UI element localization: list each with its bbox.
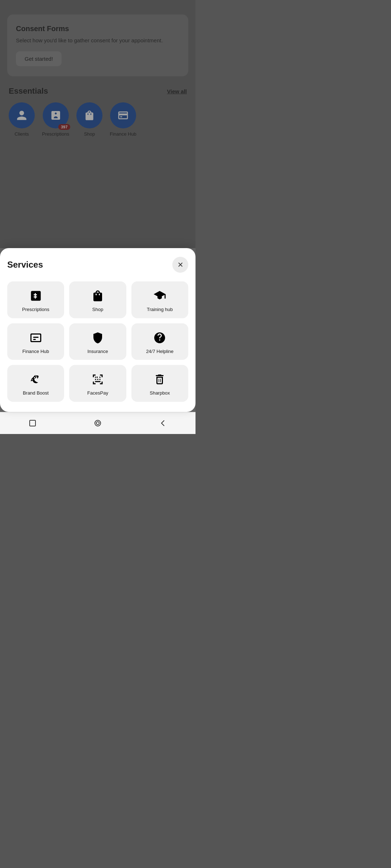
svg-point-4 bbox=[95, 420, 101, 426]
view-all-link[interactable]: View all bbox=[167, 88, 187, 94]
nav-bar bbox=[0, 412, 196, 434]
facespay-service-label: FacesPay bbox=[87, 390, 108, 396]
get-started-button[interactable]: Get started! bbox=[16, 51, 62, 66]
finance-service-label: Finance Hub bbox=[22, 349, 49, 354]
sharpbox-service-label: Sharpbox bbox=[150, 390, 170, 396]
sharpbox-service-icon bbox=[153, 373, 166, 386]
finance-icon bbox=[117, 110, 129, 121]
finance-label: Finance Hub bbox=[110, 131, 136, 137]
essentials-item-clients[interactable]: Clients bbox=[9, 102, 35, 137]
services-grid: Prescriptions Shop Training hub bbox=[7, 281, 188, 402]
svg-rect-1 bbox=[33, 339, 36, 340]
helpline-service-label: 24/7 Helpline bbox=[146, 349, 173, 354]
prescriptions-service-icon bbox=[29, 289, 42, 302]
modal-title: Services bbox=[7, 260, 43, 270]
service-item-insurance[interactable]: Insurance bbox=[69, 323, 126, 360]
svg-rect-2 bbox=[33, 337, 38, 338]
insurance-service-icon bbox=[91, 331, 104, 344]
person-icon bbox=[16, 110, 28, 121]
close-button[interactable]: ✕ bbox=[172, 257, 188, 273]
modal-header: Services ✕ bbox=[7, 257, 188, 273]
prescriptions-circle: 397 bbox=[43, 102, 69, 128]
shop-label: Shop bbox=[84, 131, 95, 137]
service-item-training[interactable]: Training hub bbox=[131, 281, 188, 318]
shop-service-icon bbox=[91, 289, 104, 302]
service-item-helpline[interactable]: 24/7 Helpline bbox=[131, 323, 188, 360]
service-item-sharpbox[interactable]: Sharpbox bbox=[131, 365, 188, 402]
svg-rect-3 bbox=[30, 420, 35, 426]
essentials-title: Essentials bbox=[9, 86, 48, 96]
finance-circle bbox=[110, 102, 136, 128]
service-item-brand-boost[interactable]: Brand Boost bbox=[7, 365, 64, 402]
essentials-item-prescriptions[interactable]: 397 Prescriptions bbox=[42, 102, 69, 137]
back-icon bbox=[159, 419, 167, 427]
clients-circle bbox=[9, 102, 35, 128]
nav-home-button[interactable] bbox=[92, 417, 104, 429]
service-item-finance[interactable]: Finance Hub bbox=[7, 323, 64, 360]
shop-icon bbox=[84, 110, 95, 121]
training-service-label: Training hub bbox=[147, 307, 173, 312]
finance-service-icon bbox=[29, 331, 42, 344]
prescriptions-label: Prescriptions bbox=[42, 131, 69, 137]
service-item-shop[interactable]: Shop bbox=[69, 281, 126, 318]
service-item-facespay[interactable]: FacesPay bbox=[69, 365, 126, 402]
svg-point-5 bbox=[96, 422, 99, 425]
helpline-service-icon bbox=[153, 331, 166, 344]
services-modal: Services ✕ Prescriptions Shop bbox=[0, 248, 196, 412]
shop-service-label: Shop bbox=[92, 307, 103, 312]
insurance-service-label: Insurance bbox=[87, 349, 108, 354]
svg-rect-0 bbox=[120, 116, 122, 118]
consent-card: Consent Forms Select how you'd like to g… bbox=[7, 14, 188, 76]
essentials-header: Essentials View all bbox=[7, 86, 188, 96]
clients-label: Clients bbox=[14, 131, 29, 137]
essentials-icons: Clients 397 Prescriptions bbox=[7, 102, 188, 137]
prescriptions-badge: 397 bbox=[58, 124, 70, 130]
essentials-item-finance[interactable]: Finance Hub bbox=[110, 102, 136, 137]
shop-circle bbox=[76, 102, 102, 128]
brand-boost-service-icon bbox=[29, 373, 42, 386]
circle-icon bbox=[93, 419, 102, 427]
nav-square-button[interactable] bbox=[27, 417, 38, 429]
close-icon: ✕ bbox=[177, 260, 184, 269]
facespay-service-icon bbox=[91, 373, 104, 386]
prescriptions-service-label: Prescriptions bbox=[22, 307, 49, 312]
consent-title: Consent Forms bbox=[16, 25, 180, 33]
nav-back-button[interactable] bbox=[157, 417, 169, 429]
prescription-icon bbox=[50, 110, 62, 121]
square-icon bbox=[28, 419, 37, 427]
training-service-icon bbox=[153, 289, 166, 302]
brand-boost-service-label: Brand Boost bbox=[23, 390, 49, 396]
consent-description: Select how you'd like to gather consent … bbox=[16, 37, 180, 44]
service-item-prescriptions[interactable]: Prescriptions bbox=[7, 281, 64, 318]
essentials-item-shop[interactable]: Shop bbox=[76, 102, 102, 137]
